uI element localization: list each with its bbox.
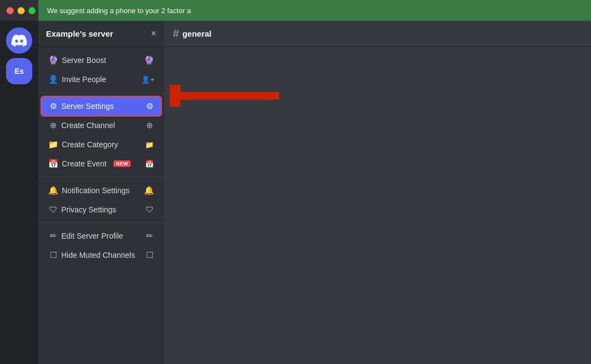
server-settings-label: Server Settings (61, 102, 114, 111)
create-channel-icon: ⊕ (48, 120, 58, 130)
main-content: # general (164, 21, 591, 364)
server-boost-right-icon: 🔮 (144, 55, 154, 65)
notification-settings-right-icon: 🔔 (144, 186, 154, 195)
discord-icon-area: Es (0, 21, 38, 364)
menu-item-privacy-settings[interactable]: 🛡 Privacy Settings 🛡 (42, 200, 161, 218)
menu-item-create-channel[interactable]: ⊕ Create Channel ⊕ (42, 116, 161, 135)
channel-name: general (182, 29, 211, 38)
hide-muted-channels-label: Hide Muted Channels (61, 251, 135, 259)
maximize-button[interactable] (28, 7, 36, 14)
menu-item-create-category[interactable]: 📁 Create Category 📁 (42, 135, 161, 154)
edit-server-profile-icon: ✏ (48, 231, 58, 241)
edit-server-profile-right-icon: ✏ (144, 231, 154, 241)
create-channel-right-icon: ⊕ (144, 120, 154, 130)
server-boost-icon: 🔮 (48, 55, 59, 65)
notification-text: We suggest adding a phone to your 2 fact… (47, 7, 191, 15)
server-name: Example's server (46, 29, 113, 38)
invite-people-icon: 👤 (48, 74, 59, 84)
create-event-right-icon: 📅 (144, 160, 154, 168)
hash-icon: # (173, 27, 179, 40)
server-settings-right-icon: ⚙ (144, 101, 154, 111)
hide-muted-channels-right-icon: ☐ (144, 250, 154, 260)
create-event-label: Create Event (62, 159, 107, 168)
create-channel-label: Create Channel (61, 121, 115, 130)
hide-muted-channels-icon: ☐ (48, 250, 58, 260)
close-button[interactable] (7, 7, 14, 14)
create-category-icon: 📁 (48, 140, 59, 149)
create-category-label: Create Category (62, 140, 118, 149)
menu-item-hide-muted-channels[interactable]: ☐ Hide Muted Channels ☐ (42, 246, 161, 264)
new-badge: NEW (113, 160, 131, 167)
menu-item-edit-server-profile[interactable]: ✏ Edit Server Profile ✏ (42, 227, 161, 245)
minimize-button[interactable] (18, 7, 25, 14)
notification-settings-icon: 🔔 (48, 186, 59, 195)
invite-people-right-icon: 👤+ (141, 76, 154, 84)
sidebar: Example's server × 🔮 Server Boost 🔮 👤 In… (38, 21, 164, 364)
menu-section-4: ✏ Edit Server Profile ✏ ☐ Hide Muted Cha… (38, 223, 164, 268)
channel-header: # general (164, 21, 591, 47)
close-icon[interactable]: × (150, 28, 157, 39)
titlebar (0, 0, 38, 21)
server-header[interactable]: Example's server × (38, 21, 164, 47)
invite-people-label: Invite People (62, 75, 106, 84)
menu-item-notification-settings[interactable]: 🔔 Notification Settings 🔔 (42, 181, 161, 200)
menu-section-3: 🔔 Notification Settings 🔔 🛡 Privacy Sett… (38, 177, 164, 223)
privacy-settings-icon: 🛡 (48, 205, 58, 214)
edit-server-profile-label: Edit Server Profile (61, 232, 123, 240)
server-boost-label: Server Boost (62, 56, 106, 65)
server-icon[interactable]: Es (6, 58, 32, 84)
menu-item-invite-people[interactable]: 👤 Invite People 👤+ (42, 70, 161, 89)
menu-item-server-settings[interactable]: ⚙ Server Settings ⚙ (42, 97, 161, 115)
privacy-settings-label: Privacy Settings (61, 205, 116, 214)
menu-section-1: 🔮 Server Boost 🔮 👤 Invite People 👤+ (38, 47, 164, 93)
notification-settings-label: Notification Settings (62, 186, 130, 195)
menu-item-create-event[interactable]: 📅 Create Event NEW 📅 (42, 154, 161, 173)
notification-bar: We suggest adding a phone to your 2 fact… (38, 0, 591, 21)
discord-logo[interactable] (6, 27, 32, 54)
privacy-settings-right-icon: 🛡 (144, 205, 154, 214)
server-settings-icon: ⚙ (48, 101, 58, 111)
menu-item-server-boost[interactable]: 🔮 Server Boost 🔮 (42, 51, 161, 70)
create-category-right-icon: 📁 (144, 141, 154, 149)
menu-section-2: ⚙ Server Settings ⚙ ⊕ Create Channel ⊕ 📁… (38, 93, 164, 177)
create-event-icon: 📅 (48, 159, 59, 169)
